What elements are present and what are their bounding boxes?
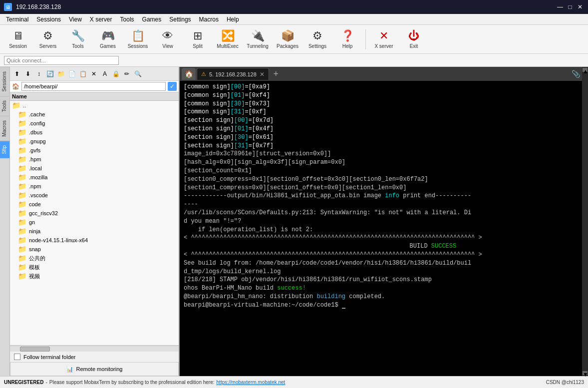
file-tb-permissions[interactable]: 🔒: [111, 69, 121, 78]
file-tb-sync[interactable]: 🔄: [45, 69, 55, 78]
file-tb-down[interactable]: ⬇: [23, 69, 33, 78]
file-tb-newfile[interactable]: 📄: [67, 69, 77, 78]
file-item-vscode[interactable]: 📁 .vscode: [10, 191, 179, 200]
file-item-ninja[interactable]: 📁 ninja: [10, 227, 179, 236]
file-item-snap[interactable]: 📁 snap: [10, 245, 179, 254]
tab-home[interactable]: 🏠: [182, 68, 196, 80]
menu-xserver[interactable]: X server: [86, 15, 116, 24]
toolbar-packages[interactable]: 📦 Packages: [274, 27, 301, 52]
file-tb-edit[interactable]: ✏: [122, 69, 132, 78]
toolbar-session[interactable]: 🖥 Session: [4, 27, 32, 52]
file-item-cache[interactable]: 📁 .cache: [10, 110, 179, 119]
file-item-node[interactable]: 📁 node-v14.15.1-linux-x64: [10, 236, 179, 245]
scroll-up-arrow[interactable]: ▲: [583, 68, 588, 72]
file-tb-refresh[interactable]: ↕: [34, 69, 44, 78]
folder-icon: 📁: [18, 110, 27, 118]
toolbar-tunneling[interactable]: 🔌 Tunneling: [244, 27, 272, 52]
side-tab-macros[interactable]: Macros: [0, 116, 9, 141]
term-line: See build log from: /home/bearpi/code/co…: [184, 259, 578, 268]
terminal-scrollbar[interactable]: ▲ ▼: [582, 67, 588, 376]
maximize-button[interactable]: □: [566, 3, 574, 11]
horizontal-scrollbar[interactable]: [10, 346, 179, 352]
menu-terminal[interactable]: Terminal: [2, 15, 32, 24]
path-ok-button[interactable]: ✓: [168, 82, 177, 91]
tab-warning-icon: ⚠: [201, 71, 206, 77]
app-icon: 🖥: [4, 3, 12, 11]
file-item-dotdot[interactable]: 📁 ..: [10, 101, 179, 110]
folder-icon: 📁: [18, 272, 27, 280]
term-line-build-success: ohos BearPi-HM_Nano build success!: [184, 284, 578, 293]
toolbar-sessions[interactable]: 📋 Sessions: [124, 27, 152, 52]
file-item-videos[interactable]: 📁 视频: [10, 272, 179, 281]
status-link[interactable]: https://mobaxterm.mobatek.net: [217, 380, 286, 385]
quick-connect-bar: [0, 54, 588, 67]
terminal-area: 🏠 ⚠ 5. 192.168.238.128 ✕ + 📎 [common sig…: [180, 67, 582, 376]
close-button[interactable]: ✕: [576, 3, 584, 11]
menu-games[interactable]: Games: [138, 15, 166, 24]
file-item-local[interactable]: 📁 .local: [10, 164, 179, 173]
toolbar-view[interactable]: 👁 View: [154, 27, 182, 52]
path-input[interactable]: [21, 82, 166, 91]
new-tab-button[interactable]: +: [270, 68, 282, 80]
file-item-gnupg[interactable]: 📁 .gnupg: [10, 137, 179, 146]
view-icon: 👁: [162, 29, 173, 42]
toolbar-multiexec[interactable]: 🔀 MultiExec: [214, 27, 242, 52]
file-toolbar: ⬆ ⬇ ↕ 🔄 📁 📄 📋 ✕ A 🔒 ✏ 🔍: [10, 67, 179, 81]
menu-sessions[interactable]: Sessions: [32, 15, 65, 24]
toolbar-multiexec-label: MultiExec: [217, 43, 238, 49]
scroll-down-arrow[interactable]: ▼: [583, 371, 588, 375]
file-item-mozilla[interactable]: 📁 .mozilla: [10, 173, 179, 182]
term-line: [218/218] STAMP obj/vendor/hisi/hi3861/h…: [184, 276, 578, 284]
file-tb-newfolder[interactable]: 📁: [56, 69, 66, 78]
term-line-prompt: bearpi@bearpi-virtual-machine:~/code/cod…: [184, 301, 578, 310]
file-item-hpm[interactable]: 📁 .hpm: [10, 155, 179, 164]
file-item-templates[interactable]: 📁 模板: [10, 263, 179, 272]
menu-settings[interactable]: Settings: [165, 15, 195, 24]
toolbar-servers[interactable]: ⚙ Servers: [34, 27, 62, 52]
toolbar-games[interactable]: 🎮 Games: [94, 27, 122, 52]
remote-monitoring-button[interactable]: 📊 Remote monitoring: [10, 362, 179, 376]
toolbar-help-label: Help: [342, 43, 353, 49]
file-tb-up[interactable]: ⬆: [12, 69, 22, 78]
toolbar-xserver[interactable]: ✕ X server: [370, 27, 398, 52]
toolbar-settings[interactable]: ⚙ Settings: [303, 27, 331, 52]
file-tb-search[interactable]: 🔍: [133, 69, 143, 78]
menu-help[interactable]: Help: [223, 15, 243, 24]
file-item-gcc[interactable]: 📁 gcc_riscv32: [10, 209, 179, 218]
toolbar-exit[interactable]: ⏻ Exit: [400, 27, 428, 52]
quick-connect-input[interactable]: [4, 56, 119, 65]
folder-icon: 📁: [18, 182, 27, 190]
toolbar-help[interactable]: ❓ Help: [333, 27, 361, 52]
follow-folder-checkbox[interactable]: [14, 354, 20, 360]
minimize-button[interactable]: —: [556, 3, 564, 11]
file-item-npm[interactable]: 📁 .npm: [10, 182, 179, 191]
toolbar-tools[interactable]: 🔧 Tools: [64, 27, 92, 52]
menu-tools[interactable]: Tools: [116, 15, 138, 24]
menu-view[interactable]: View: [65, 15, 86, 24]
term-line: d you mean "!="?: [184, 217, 578, 226]
toolbar: 🖥 Session ⚙ Servers 🔧 Tools 🎮 Games 📋 Se…: [0, 25, 588, 54]
folder-icon: 📁: [18, 119, 27, 127]
side-tab-sftp[interactable]: Sftp: [0, 141, 9, 158]
menu-macros[interactable]: Macros: [195, 15, 223, 24]
folder-icon: 📁: [18, 146, 27, 154]
folder-icon: 📁: [18, 218, 27, 226]
file-item-gvfs[interactable]: 📁 .gvfs: [10, 146, 179, 155]
file-list[interactable]: 📁 .. 📁 .cache 📁 .config 📁 .dbus 📁 .gnupg…: [10, 101, 179, 345]
term-line: [common sign][31]=[0xf]: [184, 108, 578, 116]
file-tb-rename[interactable]: A: [100, 69, 110, 78]
file-tb-copy[interactable]: 📋: [78, 69, 88, 78]
file-item-config[interactable]: 📁 .config: [10, 119, 179, 128]
tab-attach-icon[interactable]: 📎: [572, 70, 580, 78]
tab-close-button[interactable]: ✕: [260, 71, 265, 78]
side-tab-sessions[interactable]: Sessions: [0, 67, 9, 96]
file-item-gn[interactable]: 📁 gn: [10, 218, 179, 227]
file-item-code[interactable]: 📁 code: [10, 200, 179, 209]
toolbar-split[interactable]: ⊞ Split: [184, 27, 212, 52]
side-tab-tools[interactable]: Tools: [0, 96, 9, 116]
file-item-dbus[interactable]: 📁 .dbus: [10, 128, 179, 137]
terminal-content[interactable]: [common sign][00]=[0xa9] [common sign][0…: [180, 81, 582, 376]
tab-main[interactable]: ⚠ 5. 192.168.238.128 ✕: [197, 68, 269, 80]
file-tb-delete[interactable]: ✕: [89, 69, 99, 78]
file-item-public[interactable]: 📁 公共的: [10, 254, 179, 263]
